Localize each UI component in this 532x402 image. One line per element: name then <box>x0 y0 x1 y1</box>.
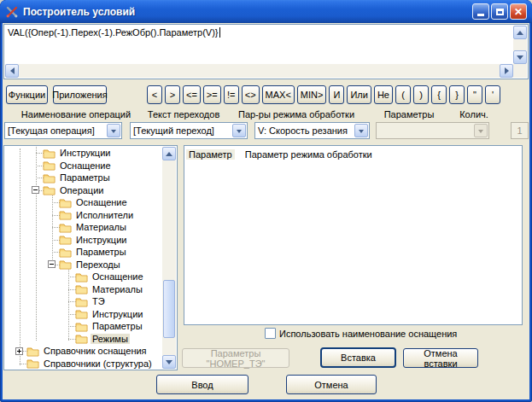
tree-item-10[interactable]: Оснащение <box>4 271 162 283</box>
horizontal-scrollbar[interactable] <box>5 64 513 78</box>
source-tree: ИнструкцииОснащениеПараметрыОперацииОсна… <box>3 145 178 370</box>
scroll-right-button[interactable] <box>500 64 513 78</box>
scroll-left-button[interactable] <box>5 64 19 78</box>
operator-button-14[interactable]: } <box>449 85 465 104</box>
condition-builder-window: Построитель условий ✕ VAL({Опер(-1).Пере… <box>0 0 532 402</box>
operator-button-1[interactable]: > <box>165 85 180 104</box>
folder-icon <box>75 308 88 319</box>
operator-button-8[interactable]: И <box>329 85 344 104</box>
operator-buttons: <><=>=!=<>MAX<MIN>ИИлиНе(){}"' <box>147 85 500 104</box>
tree-item-11[interactable]: Материалы <box>4 283 162 296</box>
arrow-right-icon <box>505 67 512 74</box>
tree-item-6[interactable]: Материалы <box>4 221 162 234</box>
operator-button-13[interactable]: { <box>431 85 447 104</box>
vertical-scrollbar[interactable] <box>513 26 527 64</box>
chevron-down-icon[interactable] <box>354 124 368 137</box>
tree-item-label: Оснащение <box>58 160 113 171</box>
text-caret <box>219 27 220 38</box>
folder-icon <box>26 358 39 369</box>
tree-item-14[interactable]: Параметры <box>4 320 162 333</box>
chevron-down-icon[interactable] <box>232 124 246 137</box>
tree-item-17[interactable]: Справочники (структура) <box>4 358 162 370</box>
operator-button-2[interactable]: <= <box>183 85 201 104</box>
scroll-down-button[interactable] <box>162 355 176 369</box>
tree-item-label: Параметры <box>74 247 128 257</box>
minimize-icon <box>477 14 484 16</box>
folder-icon <box>75 296 88 307</box>
tree-item-1[interactable]: Оснащение <box>4 160 162 172</box>
maximize-button[interactable] <box>491 3 508 20</box>
folder-icon <box>43 172 56 184</box>
scroll-down-button[interactable] <box>513 50 527 64</box>
tree-item-16[interactable]: Справочник оснащения <box>4 345 162 358</box>
tree-item-8[interactable]: Параметры <box>4 246 162 259</box>
operator-button-7[interactable]: MIN> <box>297 85 327 104</box>
scroll-up-button[interactable] <box>162 147 176 160</box>
operator-button-9[interactable]: Или <box>347 85 371 104</box>
quantity-field: 1 <box>511 122 529 139</box>
functions-button[interactable]: Функции <box>6 85 48 104</box>
minimize-button[interactable] <box>472 3 489 20</box>
close-icon: ✕ <box>514 7 523 17</box>
tree-item-13[interactable]: Инструкции <box>4 308 162 321</box>
tree-item-2[interactable]: Параметры <box>4 172 162 184</box>
tree-item-label: Оснащение <box>74 197 129 207</box>
operator-button-3[interactable]: >= <box>203 85 221 104</box>
scrollbar-thumb[interactable] <box>163 280 175 338</box>
scrollbar-corner <box>513 64 527 78</box>
arrow-down-icon <box>517 55 523 63</box>
tree-item-label: Материалы <box>74 222 128 232</box>
expression-editor[interactable]: VAL({Опер(-1).Перех(-1).РежОбр().Парамет… <box>3 24 529 79</box>
enter-button[interactable]: Ввод <box>156 375 248 394</box>
operator-button-5[interactable]: <> <box>242 85 260 104</box>
collapse-icon[interactable] <box>32 186 39 194</box>
mode-params-combobox[interactable]: V: Скорость резания <box>254 122 370 139</box>
operator-button-4[interactable]: != <box>224 85 239 104</box>
transitions-combobox[interactable]: [Текущий переход] <box>130 122 248 139</box>
operator-button-11[interactable]: ( <box>395 85 411 104</box>
expand-icon[interactable] <box>15 347 23 355</box>
insert-button[interactable]: Вставка <box>320 347 396 368</box>
folder-icon <box>75 321 88 332</box>
params-nomer-te-button: Параметры "НОМЕР_ТЭ" <box>182 348 289 368</box>
operator-button-15[interactable]: " <box>467 85 482 104</box>
chevron-down-icon[interactable] <box>107 124 120 137</box>
folder-icon <box>59 222 72 233</box>
operator-button-16[interactable]: ' <box>485 85 500 104</box>
tree-item-15[interactable]: Режимы <box>4 333 162 346</box>
use-equipment-name-checkbox[interactable] <box>265 328 276 339</box>
scroll-up-button[interactable] <box>513 26 527 39</box>
tree-item-label: Инструкции <box>91 309 144 319</box>
folder-icon <box>75 283 88 294</box>
tree-item-0[interactable]: Инструкции <box>4 147 162 160</box>
tree-item-7[interactable]: Инструкции <box>4 234 162 247</box>
tree-item-3[interactable]: Операции <box>4 184 162 197</box>
tree-item-9[interactable]: Переходы <box>4 259 162 271</box>
tree-scrollbar[interactable] <box>162 147 176 369</box>
arrow-left-icon <box>7 67 15 74</box>
cancel-insert-button[interactable]: Отмена вставки <box>403 348 478 368</box>
close-button[interactable]: ✕ <box>510 3 527 20</box>
tree-item-12[interactable]: ТЭ <box>4 295 162 308</box>
operator-button-0[interactable]: < <box>147 85 162 104</box>
use-equipment-name-option: Использовать наименование оснащения <box>265 328 457 339</box>
operator-button-6[interactable]: MAX< <box>262 85 295 104</box>
list-item-0[interactable]: ПараметрПараметр режима обработки <box>186 148 522 160</box>
titlebar[interactable]: Построитель условий ✕ <box>0 0 532 23</box>
operations-label: Наименование операций <box>21 109 131 119</box>
chevron-down-icon <box>474 124 488 137</box>
tree-item-4[interactable]: Оснащение <box>4 196 162 209</box>
arrow-up-icon <box>517 27 523 35</box>
tree-item-label: Инструкции <box>74 235 128 245</box>
operator-button-10[interactable]: Не <box>374 85 393 104</box>
tree-item-5[interactable]: Исполнители <box>4 209 162 222</box>
applications-button[interactable]: Приложения <box>53 85 107 104</box>
folder-icon <box>59 247 72 258</box>
operator-button-12[interactable]: ) <box>413 85 429 104</box>
operations-combobox[interactable]: [Текущая операция] <box>4 122 122 139</box>
cancel-button[interactable]: Отмена <box>286 375 377 394</box>
folder-icon <box>26 346 39 357</box>
mode-params-label: Пар-ры режима обработки <box>238 109 354 119</box>
folder-icon <box>59 197 72 208</box>
collapse-icon[interactable] <box>48 260 56 268</box>
